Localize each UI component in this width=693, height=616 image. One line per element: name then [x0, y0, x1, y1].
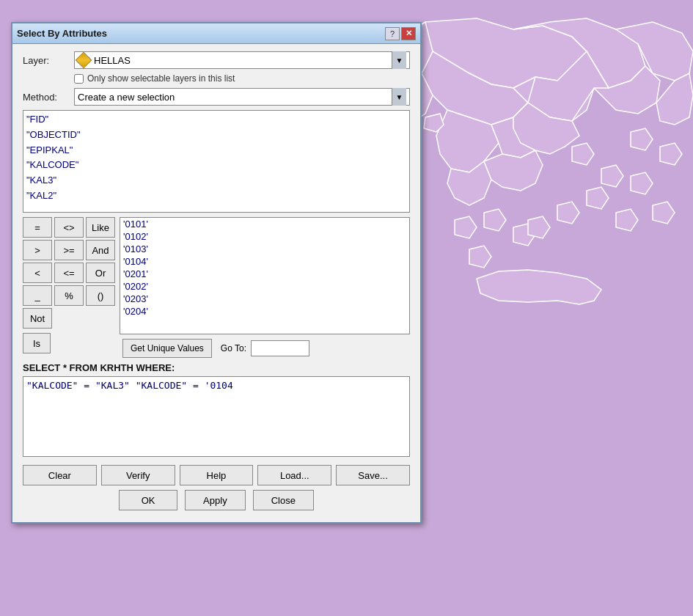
dialog-content: Layer: HELLAS ▼ Only show selectable lay… — [12, 44, 420, 522]
selectable-layers-checkbox[interactable] — [74, 74, 84, 84]
method-control: Create a new selection ▼ — [74, 88, 410, 106]
method-dropdown[interactable]: Create a new selection ▼ — [74, 88, 410, 106]
operator-button[interactable]: Like — [86, 217, 115, 238]
layer-control: HELLAS ▼ — [74, 51, 410, 69]
field-item[interactable]: "FID" — [26, 112, 406, 128]
value-item[interactable]: '0202' — [120, 280, 409, 293]
layer-dropdown-arrow[interactable]: ▼ — [392, 51, 406, 69]
field-item[interactable]: "KALCODE" — [26, 158, 406, 173]
values-panel[interactable]: '0101''0102''0103''0104''0201''0202''020… — [120, 217, 410, 334]
operator-button[interactable]: <= — [54, 263, 84, 283]
operator-button[interactable]: <> — [54, 217, 84, 238]
selectable-layers-row: Only show selectable layers in this list — [74, 73, 410, 84]
method-row: Method: Create a new selection ▼ — [23, 88, 410, 106]
ok-button[interactable]: OK — [119, 490, 177, 510]
operators-grid: =<>Like>>=And<<=Or_%()Not — [23, 217, 115, 329]
layer-dropdown[interactable]: HELLAS ▼ — [74, 51, 410, 69]
value-item[interactable]: '0204' — [120, 305, 409, 318]
goto-input[interactable] — [251, 340, 309, 356]
bottom-row1: Clear Verify Help Load... Save... — [23, 465, 410, 485]
layer-row: Layer: HELLAS ▼ — [23, 51, 410, 69]
ops-values-row: =<>Like>>=And<<=Or_%()Not Is '0101''0102… — [23, 217, 410, 334]
get-unique-values-btn[interactable]: Get Unique Values — [122, 339, 212, 358]
dialog-titlebar: Select By Attributes ? ✕ — [12, 23, 420, 44]
titlebar-buttons: ? ✕ — [385, 27, 416, 40]
operator-button[interactable]: And — [86, 240, 115, 260]
operator-button[interactable]: () — [86, 285, 115, 306]
where-label: SELECT * FROM KRHTH WHERE: — [23, 362, 410, 373]
layer-name-text: HELLAS — [94, 55, 392, 66]
clear-button[interactable]: Clear — [23, 465, 97, 485]
help-icon-btn[interactable]: ? — [385, 27, 400, 40]
select-by-attributes-dialog: Select By Attributes ? ✕ Layer: HELLAS ▼… — [11, 22, 422, 524]
value-item[interactable]: '0201' — [120, 268, 409, 280]
method-label: Method: — [23, 92, 74, 103]
fields-panel[interactable]: "FID""OBJECTID""EPIPKAL""KALCODE""KAL3""… — [23, 110, 410, 213]
method-value-text: Create a new selection — [78, 92, 392, 103]
value-item[interactable]: '0104' — [120, 255, 409, 268]
value-item[interactable]: '0101' — [120, 218, 409, 230]
save-button[interactable]: Save... — [336, 465, 410, 485]
operator-button[interactable]: Not — [23, 308, 52, 329]
selectable-layers-label: Only show selectable layers in this list — [87, 73, 235, 84]
operator-button[interactable]: > — [23, 240, 52, 260]
operator-button[interactable]: % — [54, 285, 84, 306]
value-item[interactable]: '0102' — [120, 230, 409, 243]
apply-button[interactable]: Apply — [185, 490, 246, 510]
field-item[interactable]: "KAL3" — [26, 173, 406, 188]
operator-button[interactable]: = — [23, 217, 52, 238]
guv-row: Get Unique Values Go To: — [23, 339, 410, 358]
layer-diamond-icon — [76, 52, 92, 69]
close-window-btn[interactable]: ✕ — [401, 27, 416, 40]
operator-button[interactable]: _ — [23, 285, 52, 306]
operator-button[interactable]: >= — [54, 240, 84, 260]
operator-button[interactable]: Or — [86, 263, 115, 283]
is-button[interactable]: Is — [23, 333, 51, 353]
bottom-row2: OK Apply Close — [23, 490, 410, 510]
sql-textarea[interactable] — [23, 376, 410, 457]
close-button[interactable]: Close — [253, 490, 314, 510]
operators-section: =<>Like>>=And<<=Or_%()Not Is — [23, 217, 115, 334]
value-item[interactable]: '0203' — [120, 293, 409, 305]
dialog-title: Select By Attributes — [17, 28, 107, 39]
field-item[interactable]: "OBJECTID" — [26, 128, 406, 143]
fields-list: "FID""OBJECTID""EPIPKAL""KALCODE""KAL3""… — [23, 111, 409, 205]
is-row: Is — [23, 333, 51, 353]
field-item[interactable]: "KAL2" — [26, 188, 406, 204]
value-item[interactable]: '0103' — [120, 243, 409, 255]
layer-label: Layer: — [23, 55, 74, 66]
verify-button[interactable]: Verify — [101, 465, 175, 485]
operator-button[interactable]: < — [23, 263, 52, 283]
field-item[interactable]: "EPIPKAL" — [26, 143, 406, 158]
help-button[interactable]: Help — [180, 465, 254, 485]
load-button[interactable]: Load... — [257, 465, 331, 485]
method-dropdown-arrow[interactable]: ▼ — [392, 88, 406, 106]
goto-label: Go To: — [221, 343, 246, 353]
